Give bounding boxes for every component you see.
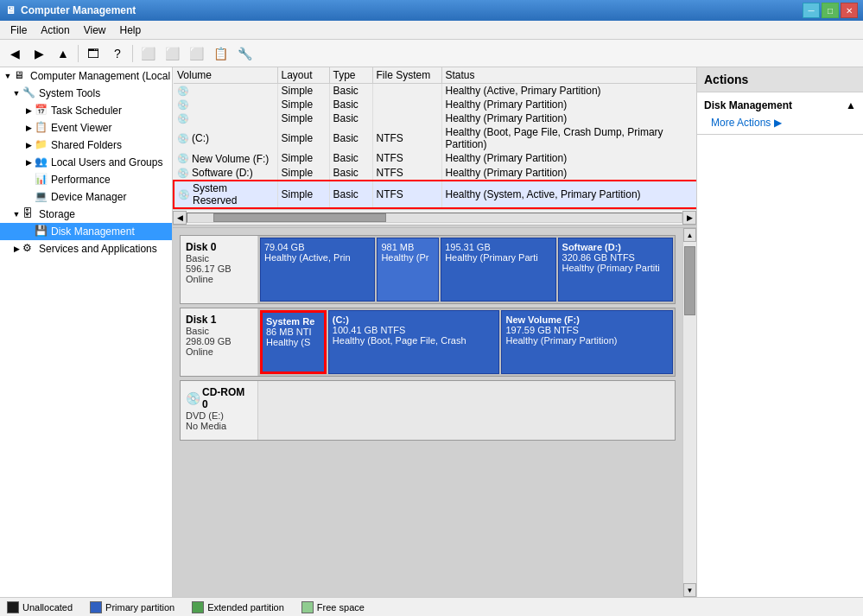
- vscroll-track[interactable]: [683, 242, 696, 583]
- toolbar-btn-4[interactable]: 📋: [209, 42, 232, 65]
- vscroll-up-button[interactable]: ▲: [683, 228, 696, 242]
- show-hide-button[interactable]: 🗔: [82, 42, 105, 65]
- scroll-left-button[interactable]: ◀: [173, 211, 187, 225]
- legend-box-free: [301, 601, 314, 613]
- status-bar: Unallocated Primary partition Extended p…: [0, 597, 863, 616]
- disk0-partition-1[interactable]: 79.04 GB Healthy (Active, Prin: [260, 238, 375, 302]
- table-row[interactable]: 💿New Volume (F:) Simple Basic NTFS Healt…: [174, 151, 696, 166]
- vscroll-down-button[interactable]: ▼: [683, 583, 696, 597]
- hscroll-track[interactable]: [187, 213, 682, 223]
- hscroll-thumb[interactable]: [213, 213, 386, 222]
- close-button[interactable]: ✕: [841, 3, 858, 18]
- services-apps-icon: ⚙: [22, 242, 36, 256]
- disk1-partition-system-reserved[interactable]: System Re 86 MB NTI Healthy (S: [260, 310, 327, 374]
- toolbar-btn-5[interactable]: 🔧: [233, 42, 256, 65]
- sidebar-item-storage[interactable]: ▼ 🗄 Storage: [0, 206, 172, 223]
- cdrom0-status: No Media: [186, 421, 252, 431]
- toolbar-separator-1: [78, 45, 79, 62]
- event-viewer-icon: 📋: [35, 121, 48, 135]
- menu-file[interactable]: File: [3, 22, 34, 38]
- sidebar-system-tools-label: System Tools: [39, 87, 100, 99]
- disk0-partition-4[interactable]: Software (D:) 320.86 GB NTFS Healthy (Pr…: [558, 238, 673, 302]
- table-row[interactable]: 💿 Simple Basic Healthy (Primary Partitio…: [174, 98, 696, 111]
- col-type[interactable]: Type: [329, 67, 372, 84]
- main-layout: ▼ 🖥 Computer Management (Local ▼ 🔧 Syste…: [0, 67, 863, 597]
- disk-visual-vscroll[interactable]: ▲ ▼: [682, 228, 696, 597]
- expand-icon-system-tools: ▼: [12, 89, 21, 98]
- table-row[interactable]: 💿 Simple Basic Healthy (Active, Primary …: [174, 84, 696, 98]
- col-layout[interactable]: Layout: [277, 67, 329, 84]
- sidebar-item-task-scheduler[interactable]: ▶ 📅 Task Scheduler: [0, 102, 172, 119]
- minimize-button[interactable]: ─: [803, 3, 820, 18]
- col-filesystem[interactable]: File System: [372, 67, 441, 84]
- computer-icon: 🖥: [14, 69, 28, 83]
- disk0-partition-3[interactable]: 195.31 GB Healthy (Primary Parti: [441, 238, 555, 302]
- legend-box-primary: [90, 601, 102, 613]
- sidebar-item-performance[interactable]: 📊 Performance: [0, 171, 172, 188]
- expand-icon-local-users: ▶: [24, 158, 33, 167]
- toolbar-btn-2[interactable]: ⬜: [161, 42, 183, 65]
- sidebar-disk-management-label: Disk Management: [51, 225, 135, 238]
- drive-icon-1: 💿: [177, 86, 189, 97]
- collapse-icon: ▲: [846, 99, 856, 111]
- submenu-arrow-icon: ▶: [774, 117, 782, 129]
- drive-icon-4: 💿: [177, 133, 189, 144]
- disk1-partition-f[interactable]: New Volume (F:) 197.59 GB NTFS Healthy (…: [501, 310, 673, 374]
- local-users-icon: 👥: [35, 156, 48, 169]
- up-button[interactable]: ▲: [52, 42, 74, 65]
- more-actions-link[interactable]: More Actions ▶: [697, 115, 863, 130]
- forward-button[interactable]: ▶: [28, 42, 50, 65]
- drive-icon-5: 💿: [177, 153, 189, 164]
- menu-help[interactable]: Help: [113, 22, 149, 38]
- cdrom0-type: DVD (E:): [186, 410, 252, 421]
- legend-unallocated: Unallocated: [7, 601, 73, 613]
- help-button[interactable]: ?: [106, 42, 129, 65]
- drive-icon-7: 💿: [178, 189, 190, 200]
- toolbar-btn-1[interactable]: ⬜: [136, 42, 159, 65]
- drive-icon-3: 💿: [177, 113, 189, 124]
- disk0-partition-2[interactable]: 981 MB Healthy (Pr: [377, 238, 439, 302]
- scroll-right-button[interactable]: ▶: [682, 211, 696, 225]
- sidebar-root-label: Computer Management (Local: [30, 70, 170, 82]
- actions-disk-management-label: Disk Management: [704, 99, 792, 111]
- disk1-type: Basic: [186, 326, 252, 336]
- table-row[interactable]: 💿(C:) Simple Basic NTFS Healthy (Boot, P…: [174, 125, 696, 151]
- disk1-partition-c[interactable]: (C:) 100.41 GB NTFS Healthy (Boot, Page …: [328, 310, 500, 374]
- legend-free: Free space: [301, 601, 365, 613]
- disk1-size: 298.09 GB: [186, 336, 252, 346]
- cdrom0-info: 💿 CD-ROM 0 DVD (E:) No Media: [181, 381, 258, 440]
- menu-action[interactable]: Action: [34, 22, 76, 38]
- sidebar-item-shared-folders[interactable]: ▶ 📁 Shared Folders: [0, 137, 172, 154]
- disk-visual-scroll[interactable]: Disk 0 Basic 596.17 GB Online 79.04 GB H…: [173, 228, 682, 597]
- sidebar-item-event-viewer[interactable]: ▶ 📋 Event Viewer: [0, 119, 172, 137]
- disk0-name: Disk 0: [186, 241, 252, 253]
- sidebar-item-root[interactable]: ▼ 🖥 Computer Management (Local: [0, 67, 172, 85]
- sidebar: ▼ 🖥 Computer Management (Local ▼ 🔧 Syste…: [0, 67, 173, 597]
- back-button[interactable]: ◀: [3, 42, 26, 65]
- vscroll-thumb[interactable]: [684, 246, 695, 315]
- sidebar-item-local-users[interactable]: ▶ 👥 Local Users and Groups: [0, 154, 172, 171]
- sidebar-event-viewer-label: Event Viewer: [51, 122, 111, 134]
- maximize-button[interactable]: □: [822, 3, 839, 18]
- sidebar-item-device-manager[interactable]: 💻 Device Manager: [0, 188, 172, 206]
- menu-view[interactable]: View: [77, 22, 113, 38]
- sidebar-item-disk-management[interactable]: 💾 Disk Management: [0, 223, 172, 240]
- sidebar-item-system-tools[interactable]: ▼ 🔧 System Tools: [0, 85, 172, 102]
- legend-extended: Extended partition: [192, 601, 284, 613]
- col-status[interactable]: Status: [441, 67, 696, 84]
- sidebar-local-users-label: Local Users and Groups: [51, 156, 162, 168]
- device-manager-icon: 💻: [35, 190, 48, 204]
- sidebar-item-services-apps[interactable]: ▶ ⚙ Services and Applications: [0, 240, 172, 257]
- table-row-highlighted[interactable]: 💿 System Reserved Simple Basic NTFS Heal…: [174, 181, 696, 208]
- table-row[interactable]: 💿 Simple Basic Healthy (Primary Partitio…: [174, 111, 696, 125]
- actions-panel: Actions Disk Management ▲ More Actions ▶: [696, 67, 863, 597]
- table-row[interactable]: 💿Software (D:) Simple Basic NTFS Healthy…: [174, 166, 696, 181]
- col-volume[interactable]: Volume: [174, 67, 277, 84]
- disk1-entry: Disk 1 Basic 298.09 GB Online System Re …: [180, 308, 676, 377]
- app-title: Computer Management: [21, 4, 136, 16]
- table-horizontal-scrollbar[interactable]: ◀ ▶: [173, 209, 696, 225]
- disk-table: Volume Layout Type File System Status C …: [173, 67, 696, 209]
- actions-section-disk-management-header[interactable]: Disk Management ▲: [697, 96, 863, 115]
- toolbar-btn-3[interactable]: ⬜: [185, 42, 207, 65]
- task-scheduler-icon: 📅: [35, 104, 48, 117]
